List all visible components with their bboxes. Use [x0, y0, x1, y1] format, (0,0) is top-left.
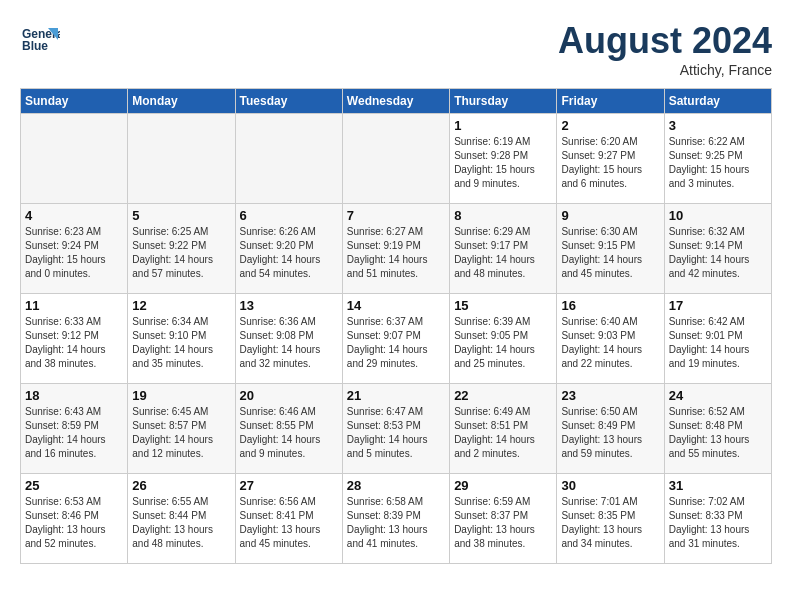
day-number: 26 [132, 478, 230, 493]
header-thursday: Thursday [450, 89, 557, 114]
calendar-cell: 5Sunrise: 6:25 AMSunset: 9:22 PMDaylight… [128, 204, 235, 294]
day-number: 18 [25, 388, 123, 403]
day-info: Sunrise: 6:42 AMSunset: 9:01 PMDaylight:… [669, 315, 767, 371]
day-info: Sunrise: 6:53 AMSunset: 8:46 PMDaylight:… [25, 495, 123, 551]
day-info: Sunrise: 7:02 AMSunset: 8:33 PMDaylight:… [669, 495, 767, 551]
calendar-cell: 31Sunrise: 7:02 AMSunset: 8:33 PMDayligh… [664, 474, 771, 564]
day-info: Sunrise: 6:50 AMSunset: 8:49 PMDaylight:… [561, 405, 659, 461]
logo: General Blue [20, 20, 60, 60]
day-info: Sunrise: 6:55 AMSunset: 8:44 PMDaylight:… [132, 495, 230, 551]
day-number: 25 [25, 478, 123, 493]
calendar-cell: 23Sunrise: 6:50 AMSunset: 8:49 PMDayligh… [557, 384, 664, 474]
calendar-cell: 8Sunrise: 6:29 AMSunset: 9:17 PMDaylight… [450, 204, 557, 294]
day-info: Sunrise: 6:19 AMSunset: 9:28 PMDaylight:… [454, 135, 552, 191]
day-number: 28 [347, 478, 445, 493]
calendar-cell: 19Sunrise: 6:45 AMSunset: 8:57 PMDayligh… [128, 384, 235, 474]
day-number: 8 [454, 208, 552, 223]
header-row: SundayMondayTuesdayWednesdayThursdayFrid… [21, 89, 772, 114]
day-number: 21 [347, 388, 445, 403]
calendar-cell: 30Sunrise: 7:01 AMSunset: 8:35 PMDayligh… [557, 474, 664, 564]
calendar-cell: 28Sunrise: 6:58 AMSunset: 8:39 PMDayligh… [342, 474, 449, 564]
day-info: Sunrise: 6:22 AMSunset: 9:25 PMDaylight:… [669, 135, 767, 191]
calendar-cell [21, 114, 128, 204]
day-number: 3 [669, 118, 767, 133]
calendar-cell: 13Sunrise: 6:36 AMSunset: 9:08 PMDayligh… [235, 294, 342, 384]
week-row-3: 11Sunrise: 6:33 AMSunset: 9:12 PMDayligh… [21, 294, 772, 384]
calendar-cell [128, 114, 235, 204]
day-info: Sunrise: 6:45 AMSunset: 8:57 PMDaylight:… [132, 405, 230, 461]
week-row-5: 25Sunrise: 6:53 AMSunset: 8:46 PMDayligh… [21, 474, 772, 564]
calendar-header: SundayMondayTuesdayWednesdayThursdayFrid… [21, 89, 772, 114]
day-info: Sunrise: 6:56 AMSunset: 8:41 PMDaylight:… [240, 495, 338, 551]
day-number: 10 [669, 208, 767, 223]
day-number: 15 [454, 298, 552, 313]
calendar-cell: 2Sunrise: 6:20 AMSunset: 9:27 PMDaylight… [557, 114, 664, 204]
day-info: Sunrise: 6:27 AMSunset: 9:19 PMDaylight:… [347, 225, 445, 281]
header-sunday: Sunday [21, 89, 128, 114]
calendar-cell: 16Sunrise: 6:40 AMSunset: 9:03 PMDayligh… [557, 294, 664, 384]
day-number: 23 [561, 388, 659, 403]
day-info: Sunrise: 6:46 AMSunset: 8:55 PMDaylight:… [240, 405, 338, 461]
week-row-2: 4Sunrise: 6:23 AMSunset: 9:24 PMDaylight… [21, 204, 772, 294]
page-header: General Blue August 2024 Attichy, France [20, 20, 772, 78]
day-number: 12 [132, 298, 230, 313]
day-number: 17 [669, 298, 767, 313]
day-info: Sunrise: 6:43 AMSunset: 8:59 PMDaylight:… [25, 405, 123, 461]
day-number: 29 [454, 478, 552, 493]
day-number: 22 [454, 388, 552, 403]
day-info: Sunrise: 6:58 AMSunset: 8:39 PMDaylight:… [347, 495, 445, 551]
calendar-body: 1Sunrise: 6:19 AMSunset: 9:28 PMDaylight… [21, 114, 772, 564]
calendar-cell: 18Sunrise: 6:43 AMSunset: 8:59 PMDayligh… [21, 384, 128, 474]
calendar-cell: 22Sunrise: 6:49 AMSunset: 8:51 PMDayligh… [450, 384, 557, 474]
calendar-cell: 12Sunrise: 6:34 AMSunset: 9:10 PMDayligh… [128, 294, 235, 384]
day-number: 30 [561, 478, 659, 493]
day-info: Sunrise: 6:26 AMSunset: 9:20 PMDaylight:… [240, 225, 338, 281]
day-number: 2 [561, 118, 659, 133]
calendar-cell: 21Sunrise: 6:47 AMSunset: 8:53 PMDayligh… [342, 384, 449, 474]
location: Attichy, France [558, 62, 772, 78]
logo-icon: General Blue [20, 20, 60, 60]
day-info: Sunrise: 6:20 AMSunset: 9:27 PMDaylight:… [561, 135, 659, 191]
day-info: Sunrise: 6:37 AMSunset: 9:07 PMDaylight:… [347, 315, 445, 371]
day-number: 9 [561, 208, 659, 223]
day-number: 14 [347, 298, 445, 313]
calendar-cell: 20Sunrise: 6:46 AMSunset: 8:55 PMDayligh… [235, 384, 342, 474]
week-row-4: 18Sunrise: 6:43 AMSunset: 8:59 PMDayligh… [21, 384, 772, 474]
day-info: Sunrise: 7:01 AMSunset: 8:35 PMDaylight:… [561, 495, 659, 551]
day-number: 1 [454, 118, 552, 133]
calendar-cell: 24Sunrise: 6:52 AMSunset: 8:48 PMDayligh… [664, 384, 771, 474]
day-number: 11 [25, 298, 123, 313]
calendar-table: SundayMondayTuesdayWednesdayThursdayFrid… [20, 88, 772, 564]
day-number: 6 [240, 208, 338, 223]
day-info: Sunrise: 6:25 AMSunset: 9:22 PMDaylight:… [132, 225, 230, 281]
day-info: Sunrise: 6:32 AMSunset: 9:14 PMDaylight:… [669, 225, 767, 281]
calendar-cell: 15Sunrise: 6:39 AMSunset: 9:05 PMDayligh… [450, 294, 557, 384]
day-info: Sunrise: 6:52 AMSunset: 8:48 PMDaylight:… [669, 405, 767, 461]
week-row-1: 1Sunrise: 6:19 AMSunset: 9:28 PMDaylight… [21, 114, 772, 204]
calendar-cell: 6Sunrise: 6:26 AMSunset: 9:20 PMDaylight… [235, 204, 342, 294]
header-monday: Monday [128, 89, 235, 114]
day-info: Sunrise: 6:30 AMSunset: 9:15 PMDaylight:… [561, 225, 659, 281]
calendar-cell: 11Sunrise: 6:33 AMSunset: 9:12 PMDayligh… [21, 294, 128, 384]
calendar-cell: 4Sunrise: 6:23 AMSunset: 9:24 PMDaylight… [21, 204, 128, 294]
calendar-cell: 3Sunrise: 6:22 AMSunset: 9:25 PMDaylight… [664, 114, 771, 204]
calendar-cell: 7Sunrise: 6:27 AMSunset: 9:19 PMDaylight… [342, 204, 449, 294]
title-block: August 2024 Attichy, France [558, 20, 772, 78]
day-number: 20 [240, 388, 338, 403]
calendar-cell: 27Sunrise: 6:56 AMSunset: 8:41 PMDayligh… [235, 474, 342, 564]
day-number: 24 [669, 388, 767, 403]
day-number: 16 [561, 298, 659, 313]
header-friday: Friday [557, 89, 664, 114]
calendar-cell: 25Sunrise: 6:53 AMSunset: 8:46 PMDayligh… [21, 474, 128, 564]
calendar-cell: 1Sunrise: 6:19 AMSunset: 9:28 PMDaylight… [450, 114, 557, 204]
day-info: Sunrise: 6:36 AMSunset: 9:08 PMDaylight:… [240, 315, 338, 371]
day-info: Sunrise: 6:34 AMSunset: 9:10 PMDaylight:… [132, 315, 230, 371]
day-number: 19 [132, 388, 230, 403]
day-info: Sunrise: 6:47 AMSunset: 8:53 PMDaylight:… [347, 405, 445, 461]
day-number: 7 [347, 208, 445, 223]
day-info: Sunrise: 6:49 AMSunset: 8:51 PMDaylight:… [454, 405, 552, 461]
calendar-cell [235, 114, 342, 204]
calendar-cell: 26Sunrise: 6:55 AMSunset: 8:44 PMDayligh… [128, 474, 235, 564]
day-number: 31 [669, 478, 767, 493]
calendar-cell: 17Sunrise: 6:42 AMSunset: 9:01 PMDayligh… [664, 294, 771, 384]
